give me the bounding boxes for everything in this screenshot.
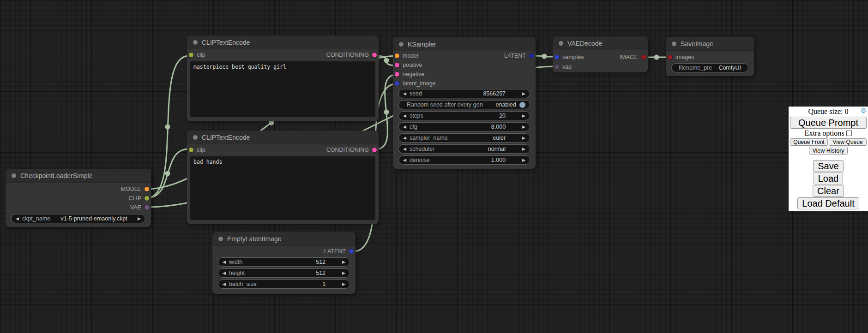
decrement-arrow-icon[interactable]: ◀ bbox=[223, 271, 226, 275]
output-latent[interactable]: LATENT bbox=[324, 248, 354, 255]
conditioning-port-icon[interactable] bbox=[395, 63, 399, 67]
decrement-arrow-icon[interactable]: ◀ bbox=[403, 147, 406, 151]
output-model[interactable]: MODEL bbox=[121, 186, 149, 192]
node-title-bar[interactable]: CLIPTextEncode bbox=[187, 131, 379, 144]
increment-arrow-icon[interactable]: ▶ bbox=[522, 92, 525, 96]
output-image[interactable]: IMAGE bbox=[620, 54, 646, 60]
load-default-button[interactable]: Load Default bbox=[797, 197, 859, 209]
height-number-widget[interactable]: ◀ height 512 ▶ bbox=[218, 268, 350, 278]
output-vae[interactable]: VAE bbox=[130, 204, 149, 211]
denoise-number-widget[interactable]: ◀ denoise 1.000 ▶ bbox=[398, 155, 530, 165]
random-seed-toggle-widget[interactable]: Random seed after every gen enabled bbox=[398, 100, 530, 109]
output-conditioning[interactable]: CONDITIONING bbox=[326, 52, 377, 58]
image-port-icon[interactable] bbox=[641, 55, 646, 59]
conditioning-port-icon[interactable] bbox=[395, 72, 399, 77]
toggle-enabled-icon[interactable] bbox=[519, 102, 525, 108]
node-status-dot-icon bbox=[399, 42, 404, 47]
clip-port-icon[interactable] bbox=[189, 148, 193, 152]
queue-size-label: Queue size: 0 bbox=[808, 107, 848, 116]
view-history-button[interactable]: View History bbox=[809, 147, 848, 155]
increment-arrow-icon[interactable]: ▶ bbox=[138, 217, 141, 221]
clip-port-icon[interactable] bbox=[189, 53, 193, 57]
save-button[interactable]: Save bbox=[813, 160, 844, 172]
node-empty-latent-image[interactable]: EmptyLatentImage LATENT ◀ width 512 ▶ ◀ … bbox=[212, 232, 356, 294]
node-title-bar[interactable]: KSampler bbox=[393, 37, 536, 51]
view-queue-button[interactable]: View Queue bbox=[829, 138, 867, 146]
seed-number-widget[interactable]: ◀ seed 8566257 ▶ bbox=[398, 89, 530, 98]
increment-arrow-icon[interactable]: ▶ bbox=[522, 114, 525, 118]
latent-port-icon[interactable] bbox=[529, 54, 534, 58]
input-negative[interactable]: negative bbox=[395, 71, 424, 77]
input-positive[interactable]: positive bbox=[395, 62, 422, 68]
latent-port-icon[interactable] bbox=[349, 249, 354, 254]
input-latent-image[interactable]: latent_image bbox=[395, 80, 436, 87]
node-title-bar[interactable]: VAEDecode bbox=[553, 36, 648, 50]
node-save-image[interactable]: SaveImage images filename_prefix ComfyUI bbox=[666, 37, 754, 76]
node-title-bar[interactable]: CLIPTextEncode bbox=[187, 36, 379, 49]
input-images[interactable]: images bbox=[668, 54, 694, 60]
decrement-arrow-icon[interactable]: ◀ bbox=[16, 217, 19, 221]
increment-arrow-icon[interactable]: ▶ bbox=[342, 282, 345, 286]
node-title-bar[interactable]: EmptyLatentImage bbox=[212, 232, 356, 246]
input-clip[interactable]: clip bbox=[189, 147, 205, 153]
latent-port-icon[interactable] bbox=[395, 81, 399, 86]
conditioning-port-icon[interactable] bbox=[372, 53, 377, 57]
scheduler-combo[interactable]: ◀ scheduler normal ▶ bbox=[398, 144, 530, 154]
vae-port-icon[interactable] bbox=[145, 205, 149, 210]
width-number-widget[interactable]: ◀ width 512 ▶ bbox=[218, 257, 350, 267]
clip-port-icon[interactable] bbox=[145, 196, 149, 201]
decrement-arrow-icon[interactable]: ◀ bbox=[403, 136, 406, 140]
decrement-arrow-icon[interactable]: ◀ bbox=[223, 282, 226, 286]
model-port-icon[interactable] bbox=[395, 54, 399, 58]
decrement-arrow-icon[interactable]: ◀ bbox=[403, 92, 406, 96]
filename-prefix-widget[interactable]: filename_prefix ComfyUI bbox=[671, 63, 748, 72]
image-port-icon[interactable] bbox=[668, 55, 672, 59]
input-clip[interactable]: clip bbox=[189, 52, 205, 58]
node-clip-text-encode-negative[interactable]: CLIPTextEncode clip CONDITIONING bad han… bbox=[187, 131, 379, 224]
conditioning-port-icon[interactable] bbox=[372, 148, 377, 152]
decrement-arrow-icon[interactable]: ◀ bbox=[403, 158, 406, 162]
latent-port-icon[interactable] bbox=[555, 55, 559, 59]
batch-size-number-widget[interactable]: ◀ batch_size 1 ▶ bbox=[218, 279, 350, 289]
node-title: SaveImage bbox=[681, 40, 713, 48]
increment-arrow-icon[interactable]: ▶ bbox=[342, 260, 345, 264]
positive-prompt-textarea[interactable]: masterpiece best quality girl bbox=[190, 61, 375, 117]
increment-arrow-icon[interactable]: ▶ bbox=[342, 271, 345, 275]
node-title-bar[interactable]: SaveImage bbox=[666, 37, 754, 51]
decrement-arrow-icon[interactable]: ◀ bbox=[223, 260, 226, 264]
extra-options-checkbox[interactable] bbox=[846, 131, 852, 136]
node-status-dot-icon bbox=[12, 173, 16, 178]
clear-button[interactable]: Clear bbox=[813, 185, 844, 197]
decrement-arrow-icon[interactable]: ◀ bbox=[403, 125, 406, 129]
negative-prompt-textarea[interactable]: bad hands bbox=[190, 156, 375, 220]
model-port-icon[interactable] bbox=[145, 187, 149, 191]
node-status-dot-icon bbox=[559, 41, 563, 46]
increment-arrow-icon[interactable]: ▶ bbox=[522, 136, 525, 140]
node-checkpoint-loader[interactable]: CheckpointLoaderSimple MODEL CLIP VAE ◀ … bbox=[6, 169, 151, 227]
ckpt-name-combo[interactable]: ◀ ckpt_name v1-5-pruned-emaonly.ckpt ▶ bbox=[11, 214, 145, 223]
sampler-name-combo[interactable]: ◀ sampler_name euler ▶ bbox=[398, 133, 530, 143]
input-vae[interactable]: vae bbox=[555, 64, 572, 70]
increment-arrow-icon[interactable]: ▶ bbox=[522, 158, 525, 162]
decrement-arrow-icon[interactable]: ◀ bbox=[403, 114, 406, 118]
node-title: KSampler bbox=[408, 41, 436, 48]
output-latent[interactable]: LATENT bbox=[504, 53, 534, 59]
node-vae-decode[interactable]: VAEDecode samples IMAGE vae bbox=[553, 36, 648, 72]
input-samples[interactable]: samples bbox=[555, 54, 584, 60]
settings-gear-icon[interactable]: ⚙ bbox=[861, 107, 867, 114]
queue-front-button[interactable]: Queue Front bbox=[790, 138, 828, 146]
vae-port-icon[interactable] bbox=[555, 65, 559, 69]
output-clip[interactable]: CLIP bbox=[128, 195, 149, 202]
load-button[interactable]: Load bbox=[814, 172, 844, 184]
increment-arrow-icon[interactable]: ▶ bbox=[522, 147, 525, 151]
node-title-bar[interactable]: CheckpointLoaderSimple bbox=[6, 169, 151, 183]
node-clip-text-encode-positive[interactable]: CLIPTextEncode clip CONDITIONING masterp… bbox=[187, 36, 379, 121]
cfg-number-widget[interactable]: ◀ cfg 8.000 ▶ bbox=[398, 122, 530, 131]
node-ksampler[interactable]: KSampler model LATENT positive negative bbox=[393, 37, 536, 169]
node-graph-canvas[interactable]: CheckpointLoaderSimple MODEL CLIP VAE ◀ … bbox=[0, 0, 868, 333]
input-model[interactable]: model bbox=[395, 53, 418, 59]
queue-prompt-button[interactable]: Queue Prompt bbox=[790, 117, 867, 128]
increment-arrow-icon[interactable]: ▶ bbox=[522, 125, 525, 129]
output-conditioning[interactable]: CONDITIONING bbox=[326, 147, 377, 153]
steps-number-widget[interactable]: ◀ steps 20 ▶ bbox=[398, 111, 530, 120]
